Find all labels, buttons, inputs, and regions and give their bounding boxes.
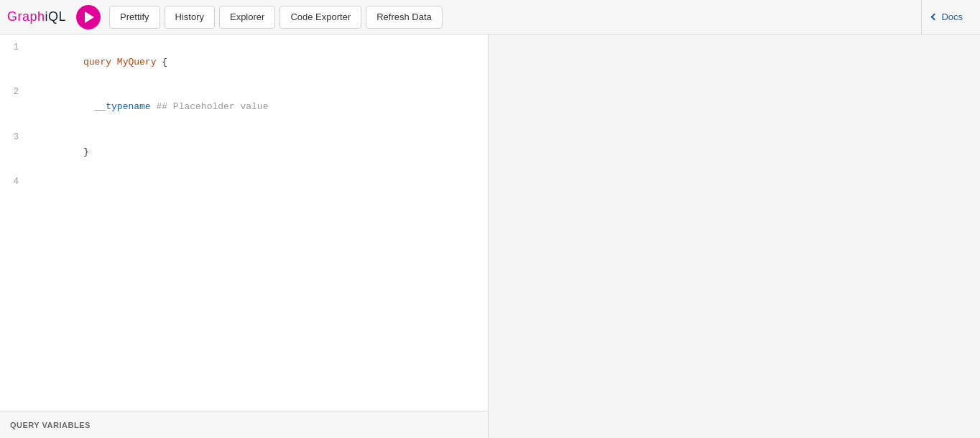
app-logo: GraphiQL xyxy=(7,9,66,24)
code-line-4: 4 xyxy=(0,174,488,190)
docs-button[interactable]: Docs xyxy=(921,0,973,34)
docs-button-wrapper: Docs xyxy=(921,0,973,34)
code-content-2: __typename ## Placeholder value xyxy=(27,85,488,129)
code-content-3: } xyxy=(27,130,488,174)
explorer-button[interactable]: Explorer xyxy=(219,6,275,29)
query-variables-label: QUERY VARIABLES xyxy=(10,421,91,429)
token-name: MyQuery xyxy=(117,57,157,67)
chevron-left-icon xyxy=(931,14,938,21)
query-variables-bar[interactable]: QUERY VARIABLES xyxy=(0,411,488,438)
token-brace-open: { xyxy=(156,57,167,67)
line-number-4: 4 xyxy=(0,175,27,189)
code-line-1: 1 query MyQuery { xyxy=(0,40,488,85)
history-button[interactable]: History xyxy=(165,6,215,29)
prettify-button[interactable]: Prettify xyxy=(109,6,160,29)
code-exporter-button[interactable]: Code Exporter xyxy=(279,6,361,29)
response-panel xyxy=(489,34,980,438)
token-indent xyxy=(83,101,95,112)
run-button[interactable] xyxy=(76,5,101,29)
main-area: 1 query MyQuery { 2 __typename ## Placeh… xyxy=(0,34,980,438)
docs-label: Docs xyxy=(941,11,963,22)
line-number-2: 2 xyxy=(0,85,27,99)
token-comment: ## Placeholder value xyxy=(151,101,269,112)
token-typename: __typename xyxy=(95,101,151,112)
line-number-1: 1 xyxy=(0,41,27,55)
token-brace-close: } xyxy=(83,146,89,157)
logo-graph: Graph xyxy=(7,9,45,24)
code-editor[interactable]: 1 query MyQuery { 2 __typename ## Placeh… xyxy=(0,34,488,411)
code-line-3: 3 } xyxy=(0,130,488,174)
line-number-3: 3 xyxy=(0,131,27,144)
toolbar: GraphiQL Prettify History Explorer Code … xyxy=(0,0,980,34)
logo-iql: iQL xyxy=(45,9,67,24)
code-content-1: query MyQuery { xyxy=(27,40,488,85)
play-icon xyxy=(85,11,94,23)
code-content-4 xyxy=(27,174,488,190)
refresh-data-button[interactable]: Refresh Data xyxy=(366,6,443,29)
token-query: query xyxy=(83,57,117,67)
code-line-2: 2 __typename ## Placeholder value xyxy=(0,85,488,129)
editor-panel: 1 query MyQuery { 2 __typename ## Placeh… xyxy=(0,34,489,438)
